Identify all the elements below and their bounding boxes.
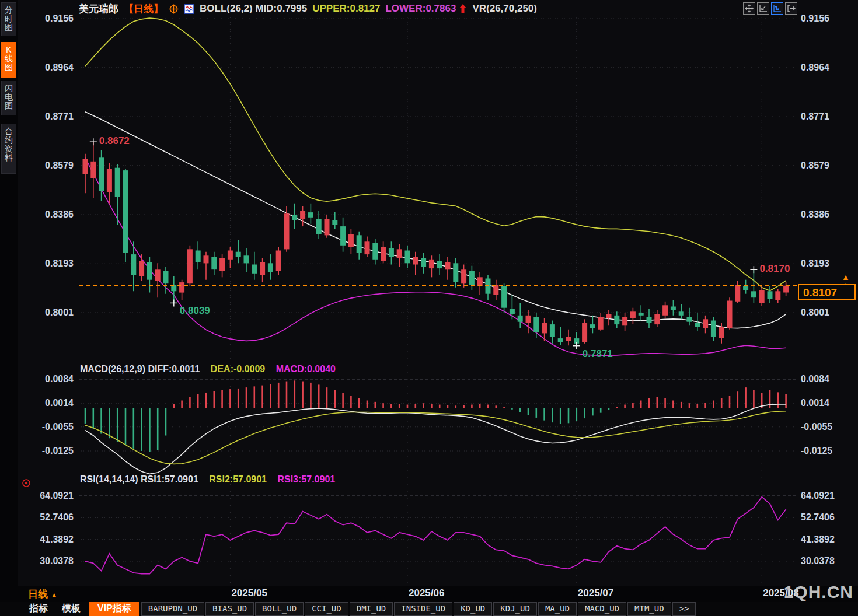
vr-label: VR(26,70,250) (472, 3, 537, 15)
y-axis-label: 41.3892 (801, 534, 835, 545)
y-axis-label: 41.3892 (18, 534, 74, 545)
y-axis-label: 0.8771 (18, 111, 74, 122)
rsi-panel-header: RSI(14,14,14) RSI1:57.0901 RSI2:57.0901 … (80, 474, 335, 485)
watermark: 1QH.CN (784, 582, 853, 602)
y-axis-label: 30.0378 (18, 556, 74, 566)
x-axis-label: 2025/06 (409, 587, 444, 599)
y-axis-label: 0.8001 (18, 307, 74, 318)
y-axis-label: -0.0125 (18, 446, 74, 456)
x-axis-row: 日线 ▲ 1QH.CN 2025/052025/062025/072025/08 (0, 586, 858, 602)
tab-indicator-BIASUD[interactable]: BIAS_UD (205, 602, 254, 616)
sidebar-item-2[interactable]: 闪 电 图 (1, 80, 16, 116)
macd-panel-header: MACD(26,12,9) DIFF:0.0011 DEA:-0.0009 MA… (80, 364, 336, 374)
y-axis-label: 0.8771 (801, 111, 829, 122)
tab-indicator-KDJUD[interactable]: KDJ_UD (493, 602, 537, 616)
y-axis-label: 0.8193 (18, 258, 74, 269)
y-axis-label: 64.0921 (18, 491, 74, 501)
y-axis-label: 0.8386 (18, 209, 74, 220)
macd-dea-label: DEA:-0.0009 (211, 364, 265, 374)
mini-chart-icon[interactable] (184, 4, 194, 14)
x-axis-label: 2025/05 (231, 587, 267, 599)
record-dot-icon[interactable] (22, 478, 31, 490)
symbol-name: 美元瑞郎 (79, 2, 118, 16)
tab-0[interactable]: 指标 (22, 602, 55, 616)
tab-indicator-DMIUD[interactable]: DMI_UD (350, 602, 393, 616)
boll-mid-label: BOLL(26,2) MID:0.7995 (200, 3, 307, 15)
tab-indicator-MTMUD[interactable]: MTM_UD (627, 602, 671, 616)
axis-scale-right-icon[interactable] (771, 2, 783, 15)
y-axis-label: 0.8193 (801, 258, 829, 269)
boll-lower-label: LOWER:0.7863 (385, 3, 456, 15)
tab-vip[interactable]: VIP指标 (89, 602, 139, 616)
tab-indicator-INSIDEUD[interactable]: INSIDE_UD (394, 602, 452, 616)
y-axis-label: -0.0055 (801, 422, 832, 432)
y-axis-label: 0.0084 (801, 374, 829, 384)
axis-scale-left-icon[interactable] (757, 2, 769, 15)
y-axis-label: 0.8386 (801, 209, 829, 220)
sidebar: 分 时 图K 线 图闪 电 图合 约 资 料 (0, 0, 18, 616)
tab-indicator-MAUD[interactable]: MA_UD (538, 602, 577, 616)
current-price-box: 0.8107 (798, 284, 856, 300)
trading-app-window: 0.86720.80390.78710.8170 分 时 图K 线 图闪 电 图… (0, 0, 858, 616)
y-axis-label: -0.0125 (801, 446, 832, 456)
indicator-tab-bar: 指标模板VIP指标BARUPDN_UDBIAS_UDBOLL_UDCCI_UDD… (0, 602, 858, 616)
tab-indicator-BARUPDNUD[interactable]: BARUPDN_UD (141, 602, 204, 616)
sidebar-item-0[interactable]: 分 时 图 (1, 2, 16, 36)
y-axis-label: 0.9156 (18, 13, 74, 24)
chart-header: 美元瑞郎 【日线】 BOLL(26,2) MID:0.7995 UPPER:0.… (79, 1, 537, 16)
period-selector[interactable]: 日线 ▲ (28, 587, 58, 601)
y-axis-label: 52.7406 (801, 512, 835, 523)
macd-value-label: MACD:0.0040 (276, 364, 336, 374)
y-axis-label: 64.0921 (801, 491, 835, 501)
pan-move-icon[interactable] (743, 2, 755, 15)
y-axis-label: 0.8579 (18, 160, 74, 171)
y-axis-label: 0.8579 (801, 160, 829, 171)
y-axis-label: 0.0014 (18, 398, 74, 408)
svg-text:0.8672: 0.8672 (99, 135, 130, 146)
crosshair-target-icon[interactable] (169, 4, 179, 14)
sidebar-item-3[interactable]: 合 约 资 料 (1, 124, 16, 174)
tab-indicator-BOLLUD[interactable]: BOLL_UD (255, 602, 304, 616)
y-axis-label: 0.8964 (801, 62, 829, 73)
tab-indicator-MACDUD[interactable]: MACD_UD (578, 602, 626, 616)
rsi2-label: RSI2:57.0901 (209, 474, 267, 484)
tab-1[interactable]: 模板 (55, 602, 88, 616)
detach-window-icon[interactable] (785, 2, 797, 15)
y-axis-label: 52.7406 (18, 512, 74, 523)
chart-canvas[interactable]: 0.86720.80390.78710.8170 (0, 0, 858, 616)
x-axis-label: 2025/07 (578, 587, 613, 599)
y-axis-label: 0.9156 (801, 13, 829, 24)
y-axis-label: 0.8964 (18, 62, 74, 73)
y-axis-label: 0.0014 (801, 398, 829, 408)
svg-text:0.8039: 0.8039 (180, 305, 210, 316)
up-arrow-icon (459, 4, 467, 14)
sidebar-item-1[interactable]: K 线 图 (1, 42, 16, 78)
svg-text:0.7871: 0.7871 (583, 348, 613, 359)
tab-indicator-KDUD[interactable]: KD_UD (454, 602, 492, 616)
macd-diff-label: MACD(26,12,9) DIFF:0.0011 (80, 364, 200, 374)
svg-text:0.8170: 0.8170 (759, 263, 790, 274)
tab-indicator-CCIUD[interactable]: CCI_UD (305, 602, 348, 616)
y-axis-label: 0.8001 (801, 307, 829, 318)
y-axis-label: -0.0055 (18, 422, 74, 432)
rsi3-label: RSI3:57.0901 (277, 474, 335, 484)
y-axis-label: 0.0084 (18, 374, 74, 384)
y-axis-label: 30.0378 (801, 556, 835, 566)
chart-toolbar (743, 2, 797, 15)
rsi1-label: RSI(14,14,14) RSI1:57.0901 (80, 474, 198, 484)
tab-indicator-[interactable]: >> (672, 602, 696, 616)
boll-upper-label: UPPER:0.8127 (312, 3, 380, 15)
period-tag[interactable]: 【日线】 (124, 2, 163, 16)
